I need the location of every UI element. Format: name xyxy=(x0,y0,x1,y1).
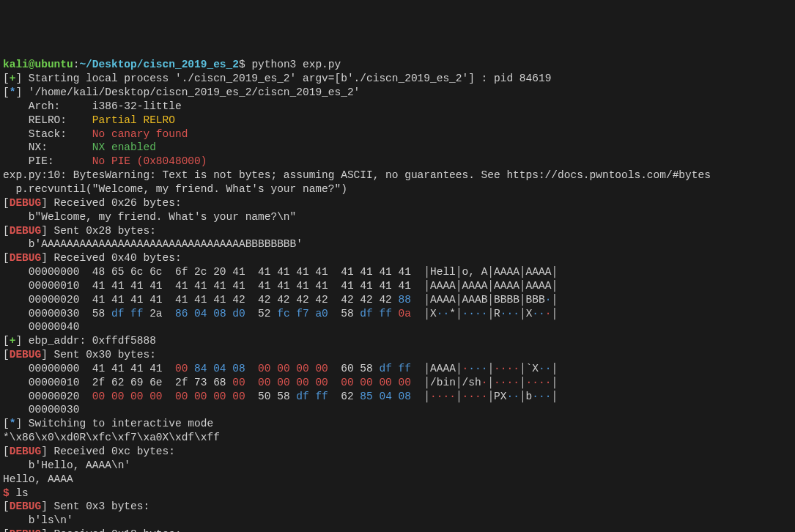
hexdump-row: 00000000 41 41 41 41 00 84 04 08 00 00 0… xyxy=(3,362,792,376)
log-text: ] Received 0x26 bytes: xyxy=(41,197,181,209)
hexdump-row: 00000020 41 41 41 41 41 41 41 42 42 42 4… xyxy=(3,293,792,307)
bracket: [ xyxy=(3,446,10,457)
hexdump-row: 00000010 41 41 41 41 41 41 41 41 41 41 4… xyxy=(3,279,792,293)
debug-marker: DEBUG xyxy=(10,446,42,457)
debug-marker: DEBUG xyxy=(10,225,42,237)
terminal-output[interactable]: kali@ubuntu:~/Desktop/ciscn_2019_es_2$ p… xyxy=(3,58,792,532)
label: PIE: xyxy=(3,155,92,167)
bracket: [ xyxy=(3,528,10,532)
label: Stack: xyxy=(3,128,92,140)
value: No canary found xyxy=(92,128,188,140)
prompt-dollar: $ xyxy=(239,59,251,70)
log-text: ] Sent 0x30 bytes: xyxy=(41,349,156,361)
label: Arch: xyxy=(3,100,92,112)
log-text: ] Received 0x18 bytes: xyxy=(41,528,181,532)
debug-marker: DEBUG xyxy=(10,197,42,209)
prompt-user: kali@ubuntu xyxy=(3,59,73,70)
bracket: ] xyxy=(15,86,28,98)
value: NX enabled xyxy=(92,141,156,153)
log-text: ] Sent 0x3 bytes: xyxy=(41,500,149,512)
bracket: ] xyxy=(15,73,28,84)
bracket: [ xyxy=(3,349,10,361)
log-text: Hello, AAAA xyxy=(3,473,73,485)
hexdump-row: 00000000 48 65 6c 6c 6f 2c 20 41 41 41 4… xyxy=(3,265,792,279)
log-text: p.recvuntil("Welcome, my friend. What's … xyxy=(3,183,347,195)
log-text: ] Switching to interactive mode xyxy=(15,418,213,429)
bracket: [ xyxy=(3,418,10,429)
debug-marker: DEBUG xyxy=(10,500,42,512)
log-text: Starting local process './ciscn_2019_es_… xyxy=(29,73,552,84)
log-text: '/home/kali/Desktop/ciscn_2019_es_2/cisc… xyxy=(29,86,360,98)
bracket: [ xyxy=(3,86,10,98)
command-text: ls xyxy=(10,487,29,499)
bracket: [ xyxy=(3,252,10,264)
bracket: [ xyxy=(3,197,10,209)
value: i386-32-little xyxy=(92,100,182,112)
log-text: exp.py:10: BytesWarning: Text is not byt… xyxy=(3,169,711,181)
debug-marker: DEBUG xyxy=(10,528,42,532)
log-text: b"Welcome, my friend. What's your name?\… xyxy=(3,211,296,223)
log-text: ] Received 0x40 bytes: xyxy=(41,252,181,264)
prompt-path: ~/Desktop/ciscn_2019_es_2 xyxy=(79,59,239,70)
label: RELRO: xyxy=(3,114,92,126)
log-text: b'AAAAAAAAAAAAAAAAAAAAAAAAAAAAAAAABBBBBB… xyxy=(3,238,303,250)
bracket: [ xyxy=(3,335,10,347)
log-text: b'Hello, AAAA\n' xyxy=(3,459,130,471)
log-text: ] ebp_addr: 0xffdf5888 xyxy=(15,335,155,347)
hexdump-row: 00000010 2f 62 69 6e 2f 73 68 00 00 00 0… xyxy=(3,376,792,390)
command-text: python3 exp.py xyxy=(251,59,341,70)
bracket: [ xyxy=(3,500,10,512)
value: No PIE (0x8048000) xyxy=(92,155,207,167)
log-text: *\x86\x0\xd0R\xfc\xf7\xa0X\xdf\xff xyxy=(3,432,220,443)
hexdump-row: 00000020 00 00 00 00 00 00 00 00 50 58 d… xyxy=(3,390,792,404)
value: Partial RELRO xyxy=(92,114,175,126)
bracket: [ xyxy=(3,73,10,84)
debug-marker: DEBUG xyxy=(10,252,42,264)
interactive-prompt[interactable]: $ xyxy=(3,487,10,499)
log-text: ] Sent 0x28 bytes: xyxy=(41,225,156,237)
label: NX: xyxy=(3,141,92,153)
log-text: ] Received 0xc bytes: xyxy=(41,446,175,457)
bracket: [ xyxy=(3,225,10,237)
hexdump-row: 00000040 xyxy=(3,320,792,334)
log-text: b'ls\n' xyxy=(3,514,73,526)
hexdump-row: 00000030 xyxy=(3,403,792,417)
debug-marker: DEBUG xyxy=(10,349,42,361)
hexdump-row: 00000030 58 df ff 2a 86 04 08 d0 52 fc f… xyxy=(3,307,792,321)
